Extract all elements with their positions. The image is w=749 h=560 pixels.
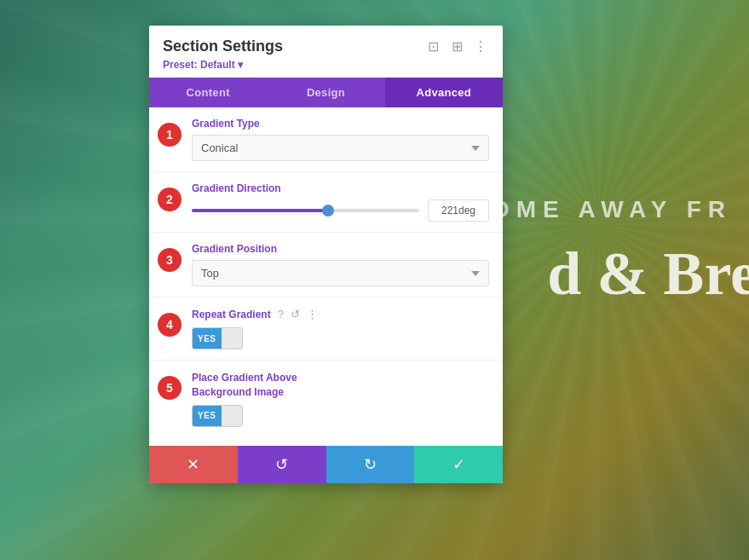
panel-header-top: Section Settings ⊡ ⊞ ⋮ (163, 38, 489, 55)
gradient-direction-slider[interactable] (192, 209, 419, 212)
repeat-gradient-label-row: Repeat Gradient ? ↺ ⋮ (192, 308, 489, 320)
tab-design[interactable]: Design (267, 78, 384, 107)
toggle-no-area (222, 328, 242, 349)
panel-body: 1 Gradient Type Conical Linear Radial 2 … (149, 107, 503, 446)
gradient-position-row: 3 Gradient Position Top Center Bottom Le… (149, 233, 503, 297)
undo-icon: ↺ (275, 455, 288, 474)
slider-fill (192, 209, 328, 212)
repeat-gradient-label: Repeat Gradient (192, 309, 271, 320)
toggle-no-area-2 (222, 406, 242, 426)
gradient-type-label: Gradient Type (192, 118, 489, 130)
gradient-position-field: Gradient Position Top Center Bottom Left… (192, 243, 489, 286)
tab-content[interactable]: Content (149, 78, 267, 107)
place-gradient-label: Place Gradient AboveBackground Image (192, 371, 489, 400)
slider-thumb[interactable] (322, 205, 334, 216)
place-gradient-row: 5 Place Gradient AboveBackground Image Y… (149, 361, 503, 437)
gradient-direction-label: Gradient Direction (192, 182, 489, 194)
more-icon[interactable]: ⋮ (472, 38, 489, 55)
panel-title: Section Settings (163, 38, 283, 55)
place-gradient-field: Place Gradient AboveBackground Image YES (192, 371, 489, 427)
preset-label: Preset: Default (163, 59, 235, 71)
toggle-yes-label-2: YES (193, 406, 222, 426)
gradient-type-row: 1 Gradient Type Conical Linear Radial (149, 107, 503, 172)
undo-button[interactable]: ↺ (238, 446, 326, 483)
step-badge-5: 5 (158, 376, 181, 400)
tab-bar: Content Design Advanced (149, 78, 503, 107)
tab-advanced[interactable]: Advanced (385, 78, 503, 107)
place-gradient-toggle[interactable]: YES (192, 405, 243, 427)
step-badge-2: 2 (158, 188, 181, 211)
gradient-direction-row: 2 Gradient Direction (149, 172, 503, 233)
redo-icon: ↻ (364, 455, 377, 474)
repeat-gradient-field: Repeat Gradient ? ↺ ⋮ YES (192, 308, 489, 349)
gradient-direction-value[interactable] (428, 199, 489, 222)
action-bar: ✕ ↺ ↻ ✓ (149, 446, 503, 483)
redo-button[interactable]: ↻ (326, 446, 415, 483)
gradient-position-label: Gradient Position (192, 243, 489, 255)
save-icon: ✓ (452, 455, 465, 474)
gradient-position-select[interactable]: Top Center Bottom Left Right (192, 260, 489, 286)
reset-icon[interactable]: ↺ (291, 308, 300, 320)
panel-header: Section Settings ⊡ ⊞ ⋮ Preset: Default ▾ (149, 26, 503, 71)
cancel-button[interactable]: ✕ (149, 446, 238, 483)
panel-header-icons: ⊡ ⊞ ⋮ (424, 38, 489, 55)
more-options-icon[interactable]: ⋮ (307, 308, 318, 320)
gradient-type-field: Gradient Type Conical Linear Radial (192, 118, 489, 161)
preset-arrow: ▾ (238, 59, 243, 71)
save-button[interactable]: ✓ (414, 446, 503, 483)
section-settings-panel: Section Settings ⊡ ⊞ ⋮ Preset: Default ▾… (149, 26, 503, 483)
bg-text-home: HOME AWAY FR (467, 196, 732, 223)
slider-container (192, 199, 489, 222)
step-badge-4: 4 (158, 313, 181, 337)
bg-text-main: d & Bre (547, 239, 749, 309)
toggle-yes-label: YES (193, 328, 222, 349)
preset-selector[interactable]: Preset: Default ▾ (163, 59, 489, 71)
repeat-gradient-row: 4 Repeat Gradient ? ↺ ⋮ YES (149, 297, 503, 361)
expand-icon[interactable]: ⊡ (424, 38, 441, 55)
step-badge-3: 3 (158, 248, 181, 272)
gradient-direction-field: Gradient Direction (192, 182, 489, 222)
grid-icon[interactable]: ⊞ (448, 38, 465, 55)
repeat-gradient-toggle[interactable]: YES (192, 327, 243, 349)
step-badge-1: 1 (158, 123, 181, 147)
cancel-icon: ✕ (187, 455, 199, 474)
gradient-type-select[interactable]: Conical Linear Radial (192, 135, 489, 161)
help-icon[interactable]: ? (278, 308, 284, 320)
